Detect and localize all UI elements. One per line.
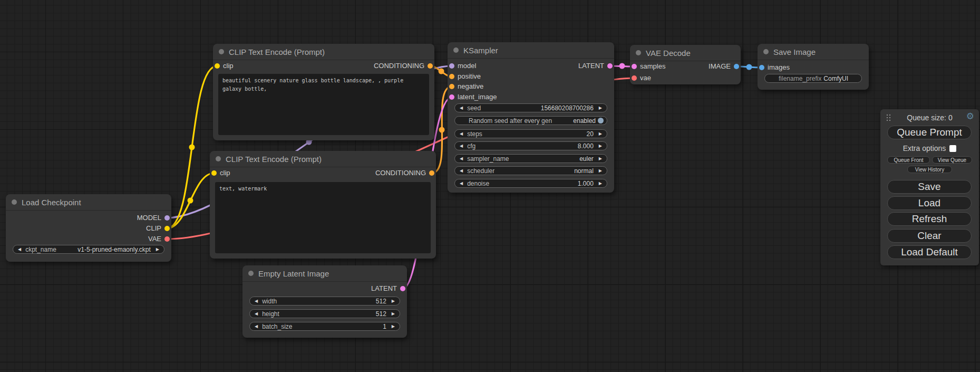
conditioning-output-port[interactable] (428, 63, 433, 69)
node-clip-text-encode-positive[interactable]: CLIP Text Encode (Prompt) clip CONDITION… (213, 44, 434, 140)
vae-output-port[interactable] (164, 236, 170, 242)
scheduler-widget[interactable]: ◀ scheduler normal ▶ (454, 166, 607, 175)
extra-options-checkbox[interactable] (949, 145, 956, 152)
node-clip-text-encode-negative[interactable]: CLIP Text Encode (Prompt) clip CONDITION… (210, 151, 436, 259)
vae-input-port[interactable] (632, 75, 637, 81)
input-label-negative: negative (458, 82, 483, 91)
widget-increment-icon[interactable]: ▶ (392, 325, 395, 329)
widget-increment-icon[interactable]: ▶ (599, 182, 602, 186)
queue-prompt-button[interactable]: Queue Prompt (887, 126, 972, 139)
node-load-checkpoint[interactable]: Load Checkpoint MODEL CLIP VAE ◀ ckpt_na… (6, 194, 171, 262)
random-seed-widget[interactable]: Random seed after every gen enabled (454, 116, 607, 125)
output-label-model: MODEL (137, 213, 161, 223)
image-output-port[interactable] (734, 64, 739, 69)
node-title: KSampler (463, 46, 498, 55)
node-collapse-dot[interactable] (219, 49, 224, 54)
seed-widget[interactable]: ◀ seed 156680208700286 ▶ (454, 103, 607, 112)
widget-label: cfg (467, 142, 476, 150)
images-input-port[interactable] (759, 65, 764, 70)
clip-input-port[interactable] (211, 170, 217, 176)
widget-decrement-icon[interactable]: ◀ (460, 106, 463, 110)
negative-input-port[interactable] (449, 84, 454, 89)
node-collapse-dot[interactable] (12, 199, 17, 205)
node-title-bar[interactable]: Empty Latent Image (242, 265, 407, 282)
node-title-bar[interactable]: Save Image (758, 44, 869, 60)
latent-output-port[interactable] (400, 286, 405, 291)
node-collapse-dot[interactable] (453, 47, 459, 53)
clip-output-port[interactable] (164, 226, 170, 231)
positive-input-port[interactable] (449, 74, 454, 79)
cfg-widget[interactable]: ◀ cfg 8.000 ▶ (454, 141, 607, 150)
widget-increment-icon[interactable]: ▶ (599, 132, 602, 136)
widget-increment-icon[interactable]: ▶ (599, 106, 602, 110)
widget-increment-icon[interactable]: ▶ (392, 312, 395, 316)
node-empty-latent-image[interactable]: Empty Latent Image LATENT ◀ width 512 ▶ … (242, 265, 407, 338)
clip-input-port[interactable] (215, 63, 220, 69)
input-label-positive: positive (458, 72, 481, 81)
node-title-bar[interactable]: KSampler (448, 42, 614, 59)
denoise-widget[interactable]: ◀ denoise 1.000 ▶ (454, 179, 607, 188)
samples-input-port[interactable] (632, 64, 637, 69)
node-collapse-dot[interactable] (763, 49, 769, 54)
settings-gear-icon[interactable]: ⚙ (966, 112, 974, 121)
node-canvas[interactable]: { "colors": { "model": "#B39DDB", "clip"… (0, 0, 980, 372)
widget-increment-icon[interactable]: ▶ (156, 247, 159, 252)
toggle-on-icon[interactable] (598, 118, 604, 123)
node-title: Empty Latent Image (258, 269, 329, 278)
positive-prompt-textarea[interactable]: beautiful scenery nature glass bottle la… (218, 74, 429, 135)
sampler-name-widget[interactable]: ◀ sampler_name euler ▶ (454, 154, 607, 163)
node-title-bar[interactable]: VAE Decode (630, 45, 741, 61)
latent-image-input-port[interactable] (449, 94, 454, 100)
filename-prefix-widget[interactable]: filename_prefix ComfyUI (764, 74, 862, 83)
latent-output-port[interactable] (607, 63, 613, 69)
input-label-samples: samples (640, 62, 665, 71)
widget-increment-icon[interactable]: ▶ (599, 144, 602, 148)
widget-increment-icon[interactable]: ▶ (599, 157, 602, 161)
node-title-bar[interactable]: CLIP Text Encode (Prompt) (213, 44, 434, 60)
ckpt-name-widget[interactable]: ◀ ckpt_name v1-5-pruned-emaonly.ckpt ▶ (13, 245, 164, 254)
node-collapse-dot[interactable] (248, 271, 254, 276)
node-title-bar[interactable]: CLIP Text Encode (Prompt) (210, 151, 436, 167)
batch-size-widget[interactable]: ◀ batch_size 1 ▶ (249, 322, 400, 331)
node-ksampler[interactable]: KSampler model positive negative latent_… (448, 42, 614, 193)
conditioning-output-port[interactable] (429, 170, 434, 176)
widget-decrement-icon[interactable]: ◀ (460, 132, 463, 136)
model-output-port[interactable] (164, 215, 170, 221)
widget-value: normal (574, 167, 594, 175)
widget-label: ckpt_name (25, 246, 56, 253)
widget-increment-icon[interactable]: ▶ (599, 169, 602, 173)
width-widget[interactable]: ◀ width 512 ▶ (249, 297, 400, 306)
clear-button[interactable]: Clear (887, 229, 972, 243)
load-default-button[interactable]: Load Default (887, 245, 972, 259)
node-collapse-dot[interactable] (636, 50, 641, 55)
widget-decrement-icon[interactable]: ◀ (460, 169, 463, 173)
output-label-conditioning: CONDITIONING (374, 61, 424, 71)
queue-front-button[interactable]: Queue Front (887, 156, 930, 164)
node-collapse-dot[interactable] (216, 156, 221, 161)
output-label-vae: VAE (148, 234, 161, 244)
widget-decrement-icon[interactable]: ◀ (460, 144, 463, 148)
view-history-button[interactable]: View History (907, 166, 952, 173)
widget-increment-icon[interactable]: ▶ (392, 299, 395, 303)
refresh-button[interactable]: Refresh (887, 212, 972, 226)
widget-decrement-icon[interactable]: ◀ (255, 312, 258, 316)
view-queue-button[interactable]: View Queue (932, 156, 972, 164)
node-save-image[interactable]: Save Image images filename_prefix ComfyU… (758, 44, 869, 90)
node-title-bar[interactable]: Load Checkpoint (6, 194, 171, 211)
node-vae-decode[interactable]: VAE Decode samples vae IMAGE (630, 45, 741, 84)
output-label-conditioning: CONDITIONING (375, 168, 426, 178)
widget-label: denoise (467, 180, 489, 187)
steps-widget[interactable]: ◀ steps 20 ▶ (454, 129, 607, 138)
widget-decrement-icon[interactable]: ◀ (18, 247, 21, 252)
save-button[interactable]: Save (887, 180, 972, 194)
negative-prompt-textarea[interactable]: text, watermark (215, 182, 431, 253)
widget-decrement-icon[interactable]: ◀ (460, 157, 463, 161)
widget-decrement-icon[interactable]: ◀ (255, 299, 258, 303)
widget-decrement-icon[interactable]: ◀ (255, 325, 258, 329)
load-button[interactable]: Load (887, 196, 972, 210)
model-input-port[interactable] (449, 63, 454, 69)
link-midpoint-dot (188, 198, 193, 204)
widget-decrement-icon[interactable]: ◀ (460, 182, 463, 186)
height-widget[interactable]: ◀ height 512 ▶ (249, 309, 400, 318)
output-label-latent: LATENT (578, 61, 604, 71)
